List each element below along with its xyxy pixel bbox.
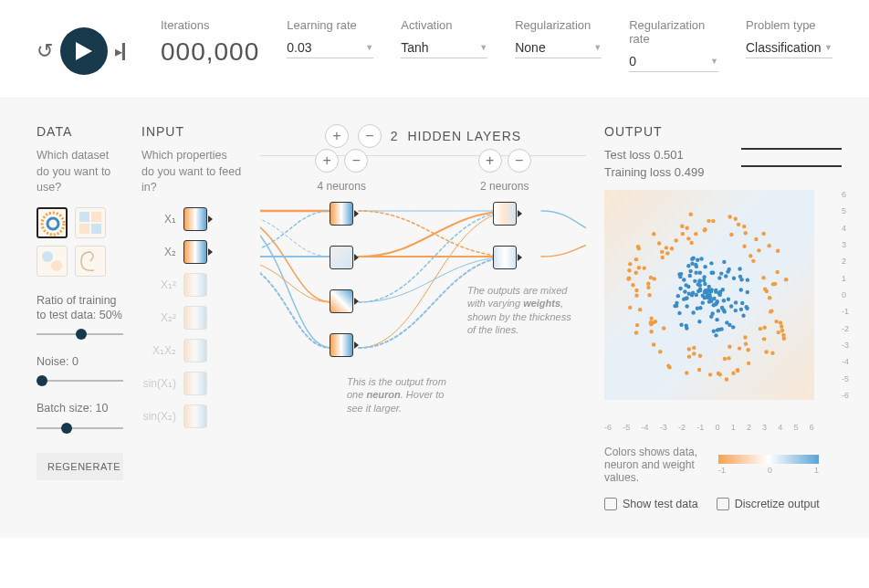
svg-point-184 <box>759 327 762 331</box>
remove-neuron-button[interactable]: − <box>508 149 531 173</box>
svg-point-203 <box>723 357 727 361</box>
svg-point-233 <box>717 372 720 375</box>
svg-point-73 <box>686 264 690 268</box>
feature-node[interactable] <box>183 207 207 231</box>
feature-node[interactable] <box>183 240 207 264</box>
feature-node[interactable] <box>183 306 207 330</box>
svg-point-132 <box>715 318 718 321</box>
neuron[interactable] <box>330 333 353 357</box>
feature-toggle[interactable]: sin(X₂) <box>141 404 242 428</box>
chevron-down-icon: ▼ <box>824 43 832 52</box>
svg-point-183 <box>754 237 758 241</box>
svg-point-239 <box>666 363 670 367</box>
svg-point-78 <box>738 267 741 270</box>
reg-rate-select[interactable]: 0▼ <box>629 51 718 72</box>
svg-point-231 <box>634 331 638 334</box>
ratio-slider[interactable] <box>37 328 123 341</box>
svg-point-192 <box>643 266 646 269</box>
svg-point-74 <box>676 294 680 298</box>
svg-point-224 <box>751 259 755 263</box>
remove-neuron-button[interactable]: − <box>344 149 368 173</box>
svg-point-225 <box>703 227 707 231</box>
batch-slider[interactable] <box>37 422 123 435</box>
neuron[interactable] <box>330 202 353 226</box>
data-heading: DATA <box>37 124 123 139</box>
svg-point-179 <box>685 226 688 230</box>
svg-point-230 <box>689 212 693 215</box>
feature-node[interactable] <box>183 339 207 362</box>
feature-toggle[interactable]: X₁ <box>141 207 242 231</box>
svg-point-144 <box>685 371 688 374</box>
svg-point-210 <box>627 268 631 272</box>
add-neuron-button[interactable]: + <box>478 149 502 173</box>
output-plot[interactable] <box>604 190 814 400</box>
learning-rate-select[interactable]: 0.03▼ <box>287 37 373 58</box>
svg-marker-0 <box>76 42 92 60</box>
play-button[interactable] <box>60 27 108 75</box>
svg-point-36 <box>697 279 701 283</box>
reset-button[interactable]: ↺ <box>37 39 53 63</box>
svg-point-102 <box>679 323 683 327</box>
activation-select[interactable]: Tanh▼ <box>401 37 487 58</box>
svg-point-170 <box>657 241 661 245</box>
feature-label: sin(X₁) <box>141 377 176 390</box>
neuron[interactable] <box>493 246 517 269</box>
svg-point-106 <box>718 290 722 294</box>
noise-slider[interactable] <box>37 374 123 387</box>
svg-point-130 <box>698 283 702 287</box>
show-test-data-checkbox[interactable]: Show test data <box>604 498 698 510</box>
svg-point-47 <box>693 279 696 283</box>
feature-toggle[interactable]: X₁² <box>141 273 242 297</box>
dataset-gauss[interactable] <box>37 246 68 277</box>
feature-toggle[interactable]: X₂ <box>141 240 242 264</box>
svg-point-82 <box>741 314 745 318</box>
dataset-xor[interactable] <box>75 207 106 238</box>
svg-point-103 <box>727 298 730 301</box>
problem-type-select[interactable]: Classification▼ <box>746 37 832 58</box>
feature-node[interactable] <box>183 404 207 428</box>
svg-point-197 <box>725 377 728 381</box>
svg-point-71 <box>722 299 726 302</box>
iterations-value: 000,000 <box>161 37 259 67</box>
feature-toggle[interactable]: X₁X₂ <box>141 339 242 362</box>
feature-toggle[interactable]: X₂² <box>141 306 242 330</box>
svg-point-1 <box>47 218 58 229</box>
svg-point-115 <box>690 262 694 266</box>
svg-point-202 <box>731 372 735 375</box>
dataset-circle[interactable] <box>37 207 68 238</box>
neuron[interactable] <box>493 202 517 226</box>
svg-point-135 <box>710 311 714 315</box>
step-button[interactable]: ▸▎ <box>115 43 133 60</box>
feature-toggle[interactable]: sin(X₁) <box>141 372 242 395</box>
add-neuron-button[interactable]: + <box>315 149 339 173</box>
svg-point-217 <box>694 232 697 236</box>
neuron[interactable] <box>330 289 353 313</box>
svg-point-7 <box>42 251 53 262</box>
legend-text: Colors shows data, neuron and weight val… <box>604 446 705 484</box>
svg-point-137 <box>699 257 703 260</box>
dataset-spiral[interactable] <box>75 246 106 277</box>
add-layer-button[interactable]: + <box>325 124 349 148</box>
svg-point-121 <box>705 292 708 296</box>
svg-point-214 <box>729 233 733 236</box>
regenerate-button[interactable]: REGENERATE <box>37 453 123 480</box>
neuron[interactable] <box>330 246 353 269</box>
svg-point-119 <box>696 289 700 293</box>
svg-point-116 <box>707 299 711 303</box>
discretize-checkbox[interactable]: Discretize output <box>717 498 820 510</box>
remove-layer-button[interactable]: − <box>358 124 382 148</box>
svg-point-138 <box>709 288 713 291</box>
svg-point-75 <box>717 328 720 331</box>
svg-point-194 <box>674 238 677 242</box>
svg-point-69 <box>729 304 733 308</box>
feature-node[interactable] <box>183 372 207 395</box>
svg-point-169 <box>770 352 774 355</box>
regularization-select[interactable]: None▼ <box>515 37 602 58</box>
svg-point-66 <box>701 293 705 297</box>
feature-node[interactable] <box>183 273 207 297</box>
svg-rect-6 <box>79 224 89 234</box>
reg-rate-label: Regularization rate <box>629 18 718 46</box>
svg-point-41 <box>712 330 716 333</box>
feature-label: sin(X₂) <box>141 410 176 423</box>
svg-point-162 <box>708 373 712 376</box>
